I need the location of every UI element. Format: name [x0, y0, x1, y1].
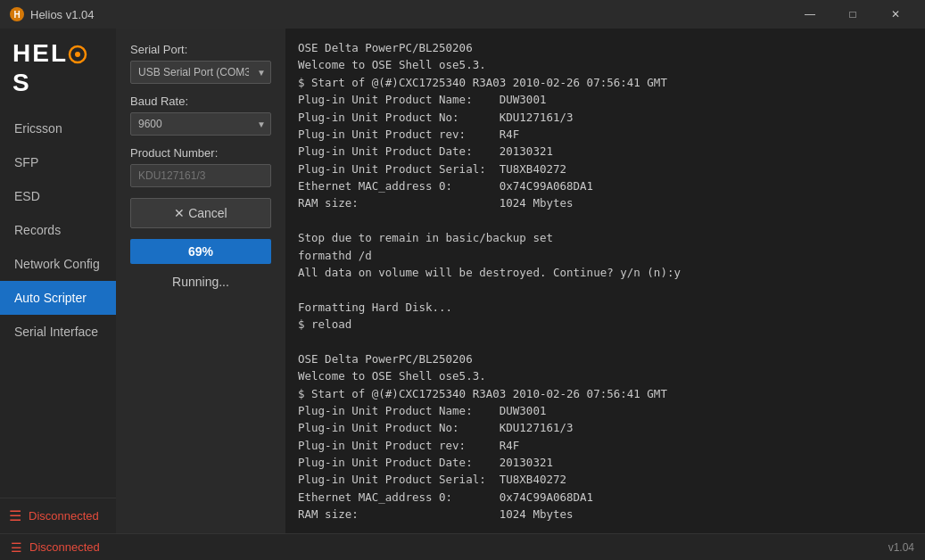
- app-icon: H: [9, 6, 25, 22]
- content-area: Serial Port: USB Serial Port (COM3) ▼ Ba…: [116, 29, 925, 533]
- baud-rate-select-wrapper: 9600 ▼: [130, 112, 271, 136]
- terminal-panel[interactable]: OSE Delta PowerPC/BL250206 Welcome to OS…: [285, 29, 925, 533]
- svg-text:H: H: [13, 10, 20, 20]
- bottom-status-icon: ☰: [11, 540, 22, 555]
- sidebar-item-serial-interface[interactable]: Serial Interface: [0, 315, 116, 349]
- sidebar-item-auto-scripter[interactable]: Auto Scripter: [0, 281, 116, 315]
- logo-s: S: [12, 69, 31, 96]
- sidebar-item-records[interactable]: Records: [0, 213, 116, 247]
- product-number-field: Product Number:: [130, 146, 271, 187]
- terminal-content: OSE Delta PowerPC/BL250206 Welcome to OS…: [298, 39, 913, 523]
- running-status: Running...: [130, 275, 271, 289]
- window-title: Helios v1.04: [30, 8, 789, 21]
- minimize-button[interactable]: —: [789, 0, 830, 29]
- sidebar-label-sfp: SFP: [14, 155, 38, 169]
- sidebar-label-network-config: Network Config: [14, 257, 100, 271]
- sidebar-status: Disconnected: [29, 509, 99, 523]
- progress-bar: 69%: [130, 239, 271, 264]
- cancel-button[interactable]: ✕ Cancel: [130, 198, 271, 228]
- bottom-status-area: ☰ Disconnected: [11, 540, 100, 555]
- serial-port-label: Serial Port:: [130, 43, 271, 56]
- sidebar-label-auto-scripter: Auto Scripter: [14, 291, 87, 305]
- logo: HELS: [0, 29, 116, 111]
- sidebar-label-ericsson: Ericsson: [14, 121, 62, 136]
- product-number-label: Product Number:: [130, 146, 271, 160]
- bottom-status-text: Disconnected: [29, 540, 100, 554]
- version-label: v1.04: [888, 541, 914, 554]
- window-controls: — □ ✕: [789, 0, 916, 29]
- progress-container: 69%: [130, 239, 271, 264]
- serial-port-select[interactable]: USB Serial Port (COM3): [130, 61, 271, 84]
- logo-hel: HEL: [12, 39, 68, 67]
- maximize-button[interactable]: □: [832, 0, 873, 29]
- sidebar-label-records: Records: [14, 223, 61, 237]
- baud-rate-select[interactable]: 9600: [130, 112, 271, 136]
- sidebar-nav: Ericsson SFP ESD Records Network Config …: [0, 111, 116, 498]
- sidebar-footer: ☰ Disconnected: [0, 498, 116, 533]
- main-layout: HELS Ericsson SFP ESD Records Network Co…: [0, 29, 925, 533]
- logo-o: [68, 39, 87, 67]
- sidebar-label-serial-interface: Serial Interface: [14, 325, 98, 339]
- disconnected-icon: ☰: [9, 507, 21, 524]
- baud-rate-field: Baud Rate: 9600 ▼: [130, 95, 271, 136]
- progress-label: 69%: [188, 244, 213, 259]
- svg-point-3: [75, 52, 80, 57]
- logo-text: HELS: [12, 39, 103, 97]
- product-number-input[interactable]: [130, 164, 271, 187]
- titlebar: H Helios v1.04 — □ ✕: [0, 0, 925, 29]
- sidebar-item-network-config[interactable]: Network Config: [0, 247, 116, 281]
- control-panel: Serial Port: USB Serial Port (COM3) ▼ Ba…: [116, 29, 285, 533]
- sidebar: HELS Ericsson SFP ESD Records Network Co…: [0, 29, 116, 533]
- sidebar-item-sfp[interactable]: SFP: [0, 145, 116, 179]
- bottom-bar: ☰ Disconnected v1.04: [0, 533, 925, 560]
- baud-rate-label: Baud Rate:: [130, 95, 271, 108]
- sidebar-item-ericsson[interactable]: Ericsson: [0, 111, 116, 145]
- serial-port-field: Serial Port: USB Serial Port (COM3) ▼: [130, 43, 271, 84]
- close-button[interactable]: ✕: [875, 0, 916, 29]
- sidebar-item-esd[interactable]: ESD: [0, 179, 116, 213]
- serial-port-select-wrapper: USB Serial Port (COM3) ▼: [130, 61, 271, 84]
- sidebar-label-esd: ESD: [14, 189, 40, 203]
